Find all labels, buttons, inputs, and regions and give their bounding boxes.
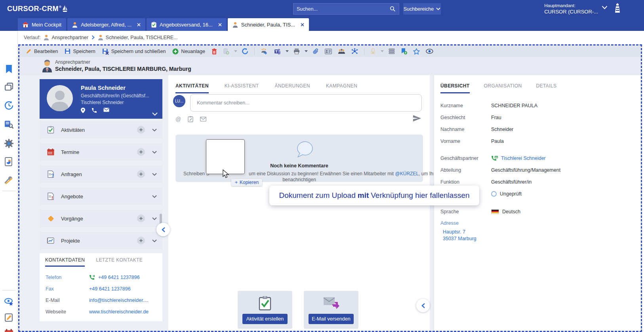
mention-icon[interactable]: @ — [175, 116, 181, 122]
website-link[interactable]: www.tischlereischneider.de — [89, 309, 149, 315]
close-icon[interactable] — [218, 23, 222, 27]
location-pin-icon[interactable] — [81, 108, 85, 113]
calendar-icon[interactable] — [4, 328, 14, 332]
clipboard-check-icon — [258, 296, 272, 311]
watch-icon[interactable] — [425, 49, 434, 54]
tab-details[interactable]: DETAILS — [536, 83, 557, 93]
dragged-document-ghost[interactable] — [206, 139, 245, 174]
section-termine[interactable]: Termine — [40, 143, 162, 161]
chevron-down-icon[interactable] — [152, 173, 157, 176]
add-button[interactable] — [137, 237, 145, 245]
notes-icon[interactable] — [4, 313, 14, 323]
tab-angebotsversand[interactable]: Angebotsversand, 16... — [147, 18, 227, 31]
tab-ki-assistent[interactable]: KI-ASSISTENT — [225, 83, 259, 93]
tenant-selector[interactable]: Hauptmandant: CURSOR (CURSOR-... — [544, 2, 598, 15]
comment-input[interactable] — [190, 94, 422, 112]
lighthouse-icon[interactable] — [614, 3, 621, 14]
send-icon[interactable] — [413, 115, 421, 122]
collapse-left-panel-button[interactable] — [156, 223, 170, 236]
search-input[interactable] — [297, 6, 390, 12]
lock-icon[interactable] — [369, 48, 377, 55]
add-button[interactable] — [137, 214, 145, 222]
watch-favorites-icon[interactable] — [4, 297, 14, 307]
tab-uebersicht[interactable]: ÜBERSICHT — [440, 83, 470, 93]
chevron-down-icon[interactable] — [234, 50, 237, 52]
favorite-icon[interactable] — [412, 48, 421, 55]
edit-button[interactable]: Bearbeiten — [24, 47, 59, 55]
section-label: Termine — [61, 149, 79, 155]
save-close-button[interactable]: Speichern und schließen — [101, 47, 168, 55]
delete-icon[interactable] — [210, 48, 218, 55]
tab-aktivitaeten[interactable]: AKTIVITÄTEN — [175, 83, 209, 93]
tab-kampagnen[interactable]: KAMPAGNEN — [326, 83, 357, 93]
field-label: Webseite — [40, 309, 89, 315]
section-vorgaenge[interactable]: Vorgänge — [40, 210, 162, 227]
chevron-down-icon[interactable] — [152, 239, 157, 242]
tab-aenderungen[interactable]: ÄNDERUNGEN — [275, 83, 310, 93]
bookmark-icon[interactable] — [4, 64, 14, 74]
phone-link[interactable]: +49 6421 1237896 — [89, 275, 140, 280]
copy-record-icon[interactable] — [222, 48, 231, 55]
note-icon[interactable] — [188, 116, 193, 122]
add-button[interactable] — [137, 170, 145, 178]
refresh-icon[interactable] — [241, 48, 250, 55]
teams-icon[interactable] — [273, 48, 282, 55]
chevron-down-icon[interactable] — [381, 50, 384, 52]
section-aktivitaeten[interactable]: Aktivitäten — [40, 121, 162, 138]
chevron-down-icon[interactable] — [152, 151, 157, 154]
chevron-down-icon[interactable] — [152, 112, 158, 116]
history-icon[interactable] — [4, 101, 14, 110]
bookmark-add-icon[interactable] — [400, 48, 408, 55]
create-activity-button[interactable]: Aktivität erstellen — [242, 314, 288, 324]
search-areas-button[interactable]: Suchbereiche — [403, 3, 441, 15]
collapse-right-panel-button[interactable] — [416, 299, 430, 312]
mouse-cursor-icon — [223, 169, 229, 178]
send-email-button[interactable]: E-Mail versenden — [309, 314, 354, 324]
report-chart-icon[interactable] — [4, 157, 14, 167]
section-anfragen[interactable]: ? Anfragen — [40, 165, 162, 183]
chevron-down-icon[interactable] — [152, 129, 157, 131]
add-button[interactable] — [137, 148, 145, 156]
print-icon[interactable] — [292, 48, 301, 54]
mail-icon[interactable] — [200, 117, 206, 121]
address-line[interactable]: Hauptsr. 7 — [443, 229, 641, 235]
tab-schneider-paula[interactable]: Schneider, Paula, TIS... — [228, 18, 309, 31]
contact-card-icon[interactable] — [324, 49, 333, 54]
participants-icon[interactable] — [337, 49, 347, 54]
dataset-icon[interactable] — [387, 48, 396, 54]
section-angebote[interactable]: ! Angebote — [40, 188, 162, 205]
close-icon[interactable] — [301, 23, 304, 27]
fax-link[interactable]: +49 6421 1237896 — [89, 286, 131, 292]
admin-tools-icon[interactable] — [4, 175, 14, 185]
assign-icon[interactable] — [259, 48, 269, 55]
chevron-down-icon[interactable] — [286, 50, 289, 52]
breadcrumb-ansprechpartner[interactable]: Ansprechpartner — [44, 34, 88, 40]
breadcrumb-schneider[interactable]: Schneider, Paula, TISCHLERE... — [98, 34, 178, 40]
chevron-down-icon[interactable] — [152, 217, 157, 220]
tab-mein-cockpit[interactable]: Mein Cockpit — [18, 18, 66, 31]
phone-icon[interactable] — [91, 108, 97, 113]
tab-letzte-kontakte[interactable]: LETZTE KONTAKTE — [96, 257, 143, 267]
search-report-icon[interactable] — [4, 120, 14, 129]
attachment-icon[interactable] — [311, 48, 320, 55]
process-icon[interactable] — [4, 138, 14, 148]
chevron-down-icon[interactable] — [602, 6, 608, 9]
business-partner-link[interactable]: Tischlerei Schneider — [491, 156, 546, 161]
address-line[interactable]: 35037 Marburg — [443, 236, 641, 241]
chevron-down-icon[interactable] — [305, 50, 308, 52]
email-link[interactable]: info@tischlereischneider.... — [89, 298, 149, 303]
close-icon[interactable] — [137, 23, 141, 27]
add-button[interactable] — [137, 126, 145, 134]
mail-icon[interactable] — [103, 108, 109, 112]
windows-stack-icon[interactable] — [4, 82, 14, 92]
save-button[interactable]: Speichern — [63, 47, 97, 55]
tab-kontaktdaten[interactable]: KONTAKTDATEN — [45, 257, 85, 267]
new-record-button[interactable]: Neuanlage — [171, 47, 206, 55]
chevron-down-icon[interactable] — [152, 195, 157, 198]
section-projekte[interactable]: Projekte — [40, 232, 162, 249]
relations-icon[interactable] — [350, 48, 359, 55]
search-icon[interactable] — [390, 6, 396, 12]
radio-unchecked-icon[interactable] — [491, 191, 497, 197]
tab-organisation[interactable]: ORGANISATION — [484, 83, 522, 93]
tab-adelsberger[interactable]: Adelsberger, Alfred, ... — [67, 18, 145, 31]
